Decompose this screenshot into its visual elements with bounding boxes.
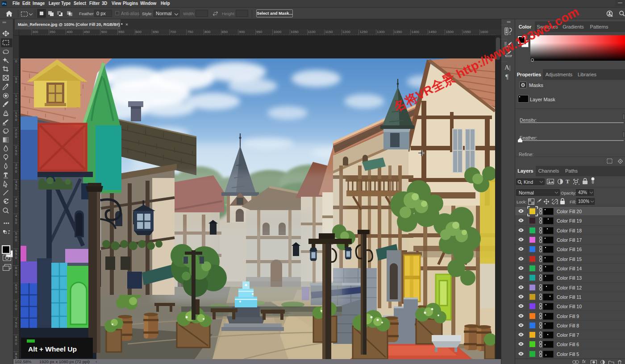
svg-text:T: T (4, 172, 8, 178)
